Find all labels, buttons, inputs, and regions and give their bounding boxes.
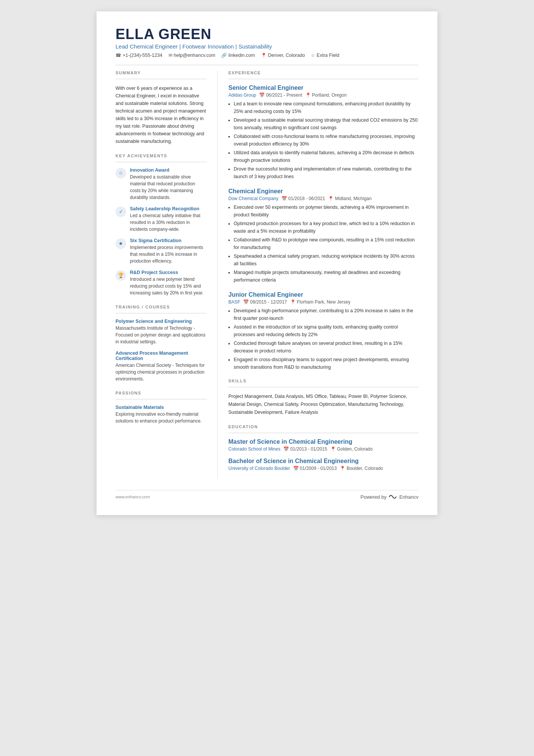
edu-school: University of Colorado Boulder xyxy=(228,466,290,471)
education-divider xyxy=(228,433,418,433)
achievement-item: ★ Six Sigma Certification Implemented pr… xyxy=(116,238,207,265)
enhancv-logo-icon xyxy=(389,494,397,499)
location-icon: 📍 xyxy=(328,196,334,201)
passion-desc: Exploring innovative eco-friendly materi… xyxy=(116,411,207,424)
edu-item: Bachelor of Science in Chemical Engineer… xyxy=(228,458,418,471)
edu-degree: Bachelor of Science in Chemical Engineer… xyxy=(228,458,418,465)
achievement-icon-star-outline: ☆ xyxy=(116,168,126,178)
linkedin-icon: 🔗 xyxy=(221,53,227,58)
achievement-content: R&D Project Success Introduced a new pol… xyxy=(130,270,207,296)
edu-location: 📍 Boulder, Colorado xyxy=(340,466,383,471)
passions-title: PASSIONS xyxy=(116,391,207,395)
exp-company: Adidas Group xyxy=(228,92,256,98)
exp-date: 📅 06/2021 - Present xyxy=(259,92,302,98)
bullet-item: Assisted in the introduction of six sigm… xyxy=(234,323,418,338)
experience-section: EXPERIENCE Senior Chemical Engineer Adid… xyxy=(228,70,418,371)
achievement-title: Innovation Award xyxy=(130,167,207,173)
achievement-title: Safety Leadership Recognition xyxy=(130,206,207,211)
achievement-item: ☆ Innovation Award Developed a sustainab… xyxy=(116,167,207,201)
course-desc: American Chemical Society - Techniques f… xyxy=(116,362,207,382)
bullet-item: Executed over 50 experiments on polymer … xyxy=(234,203,418,219)
achievement-icon-check: ✓ xyxy=(116,207,126,217)
summary-text: With over 6 years of experience as a Che… xyxy=(116,85,207,145)
calendar-icon: 📅 xyxy=(293,466,299,471)
powered-by-text: Powered by xyxy=(361,494,387,500)
location-icon: 📍 xyxy=(330,446,336,452)
course-desc: Massachusetts Institute of Technology - … xyxy=(116,325,207,345)
two-col-layout: SUMMARY With over 6 years of experience … xyxy=(116,70,418,479)
passions-section: PASSIONS Sustainable Materials Exploring… xyxy=(116,391,207,424)
calendar-icon: 📅 xyxy=(281,196,287,201)
edu-date: 📅 01/2009 - 01/2013 xyxy=(293,466,337,471)
brand-name: Enhancv xyxy=(399,494,418,500)
phone-icon: ☎ xyxy=(116,53,121,58)
course-title: Advanced Process Management Certificatio… xyxy=(116,351,207,361)
achievement-item: ✓ Safety Leadership Recognition Led a ch… xyxy=(116,206,207,233)
skills-section: SKILLS Project Management, Data Analysis… xyxy=(228,379,418,417)
contact-linkedin: 🔗 linkedin.com xyxy=(221,53,255,58)
email-icon: ✉ xyxy=(169,53,172,58)
exp-location: 📍 Midland, Michigan xyxy=(328,196,372,201)
achievement-content: Innovation Award Developed a sustainable… xyxy=(130,167,207,201)
exp-job-title: Junior Chemical Engineer xyxy=(228,291,418,298)
achievement-title: R&D Project Success xyxy=(130,270,207,275)
bullet-item: Conducted thorough failure analyses on s… xyxy=(234,340,418,355)
contact-email: ✉ help@enhancv.com xyxy=(169,53,215,58)
footer-bar: www.enhancv.com Powered by Enhancv xyxy=(116,490,418,500)
exp-bullets: Executed over 50 experiments on polymer … xyxy=(234,203,418,284)
edu-date: 📅 01/2013 - 01/2015 xyxy=(283,446,327,452)
exp-meta: Adidas Group 📅 06/2021 - Present 📍 Portl… xyxy=(228,92,418,98)
exp-bullets: Developed a high-performance polymer, co… xyxy=(234,307,418,371)
achievement-title: Six Sigma Certification xyxy=(130,238,207,243)
skills-text: Project Management, Data Analysis, MS Of… xyxy=(228,393,418,417)
experience-divider xyxy=(228,79,418,79)
exp-meta: BASF 📅 09/2015 - 12/2017 📍 Florham Park,… xyxy=(228,299,418,305)
bullet-item: Spearheaded a chemical safety program, r… xyxy=(234,252,418,268)
contact-bar: ☎ +1-(234)-555-1234 ✉ help@enhancv.com 🔗… xyxy=(116,53,418,58)
summary-section: SUMMARY With over 6 years of experience … xyxy=(116,70,207,145)
calendar-icon: 📅 xyxy=(283,446,289,452)
exp-location: 📍 Florham Park, New Jersey xyxy=(290,299,350,305)
bullet-item: Managed multiple projects simultaneously… xyxy=(234,269,418,284)
exp-item: Junior Chemical Engineer BASF 📅 09/2015 … xyxy=(228,291,418,371)
course-item: Polymer Science and Engineering Massachu… xyxy=(116,319,207,345)
location-icon: 📍 xyxy=(290,299,296,305)
education-section: EDUCATION Master of Science in Chemical … xyxy=(228,424,418,471)
achievement-content: Six Sigma Certification Implemented proc… xyxy=(130,238,207,265)
exp-item: Chemical Engineer Dow Chemical Company 📅… xyxy=(228,188,418,284)
edu-meta: Colorado School of Mines 📅 01/2013 - 01/… xyxy=(228,446,418,452)
course-item: Advanced Process Management Certificatio… xyxy=(116,351,207,382)
skills-divider xyxy=(228,387,418,387)
achievements-divider xyxy=(116,162,207,162)
candidate-headline: Lead Chemical Engineer | Footwear Innova… xyxy=(116,43,418,50)
location-icon: 📍 xyxy=(305,92,311,98)
summary-title: SUMMARY xyxy=(116,70,207,75)
location-icon: 📍 xyxy=(261,53,267,58)
exp-bullets: Led a team to innovate new compound form… xyxy=(234,100,418,180)
exp-location: 📍 Portland, Oregon xyxy=(305,92,347,98)
achievements-section: KEY ACHIEVEMENTS ☆ Innovation Award Deve… xyxy=(116,153,207,296)
achievement-content: Safety Leadership Recognition Led a chem… xyxy=(130,206,207,233)
achievement-icon-star-filled: ★ xyxy=(116,238,126,249)
footer-website: www.enhancv.com xyxy=(116,495,150,499)
edu-location: 📍 Golden, Colorado xyxy=(330,446,373,452)
bullet-item: Optimized production processes for a key… xyxy=(234,220,418,235)
exp-meta: Dow Chemical Company 📅 01/2018 - 06/2021… xyxy=(228,196,418,201)
calendar-icon: 📅 xyxy=(259,92,265,98)
course-title: Polymer Science and Engineering xyxy=(116,319,207,324)
contact-extra: ☆ Extra Field xyxy=(311,53,339,58)
exp-item: Senior Chemical Engineer Adidas Group 📅 … xyxy=(228,85,418,180)
training-divider xyxy=(116,313,207,313)
left-column: SUMMARY With over 6 years of experience … xyxy=(116,70,218,479)
passion-item: Sustainable Materials Exploring innovati… xyxy=(116,405,207,424)
experience-title: EXPERIENCE xyxy=(228,70,418,75)
training-title: TRAINING / COURSES xyxy=(116,305,207,309)
resume-page: ELLA GREEN Lead Chemical Engineer | Foot… xyxy=(97,11,437,515)
footer-logo: Powered by Enhancv xyxy=(361,494,418,500)
contact-location: 📍 Denver, Colorado xyxy=(261,53,305,58)
bullet-item: Drove the successful testing and impleme… xyxy=(234,165,418,180)
bullet-item: Developed a sustainable material sourcin… xyxy=(234,116,418,131)
candidate-name: ELLA GREEN xyxy=(116,27,418,42)
edu-degree: Master of Science in Chemical Engineerin… xyxy=(228,438,418,445)
summary-divider xyxy=(116,79,207,79)
